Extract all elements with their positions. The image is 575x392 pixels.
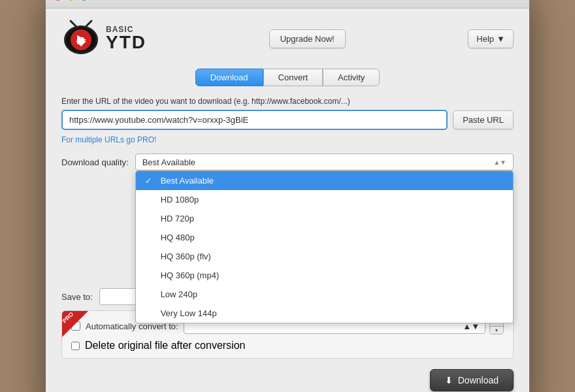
url-label: Enter the URL of the video you want to d… (61, 97, 514, 106)
tab-bar: Download Convert Activity (61, 69, 514, 86)
convert-spinner-down[interactable]: ▼ (490, 327, 503, 335)
quality-option-hd720[interactable]: HD 720p (136, 209, 513, 228)
logo-ytd-label: YTD (106, 33, 146, 52)
download-icon: ⬇ (445, 375, 453, 385)
quality-select-wrapper: Best Available ▲▼ ✓ Best Available HD 10… (135, 154, 514, 171)
url-input[interactable] (61, 110, 448, 130)
dropdown-arrow-icon: ▲▼ (493, 159, 506, 166)
quality-option-hq480[interactable]: HQ 480p (136, 228, 513, 247)
help-label: Help (476, 34, 494, 44)
delete-label: Delete original file after conversion (85, 340, 245, 351)
svg-line-2 (71, 21, 76, 26)
logo-icon (61, 19, 101, 58)
download-label: Download (458, 375, 499, 385)
title-bar: YTD Video Downloader (46, 0, 529, 8)
main-content: BASIC YTD Upgrade Now! Help ▼ Download C… (46, 8, 529, 392)
save-label: Save to: (61, 292, 93, 302)
pro-badge-label: PRO (61, 311, 74, 325)
quality-label: Download quality: (61, 157, 129, 167)
close-button[interactable] (54, 0, 62, 1)
quality-row: Download quality: Best Available ▲▼ ✓ Be… (61, 154, 514, 171)
app-window: YTD Video Downloader (46, 0, 529, 392)
help-button[interactable]: Help ▼ (468, 29, 514, 48)
logo-text: BASIC YTD (106, 25, 146, 52)
pro-link[interactable]: For multiple URLs go PRO! (61, 135, 514, 144)
quality-dropdown: ✓ Best Available HD 1080p HD 720p HQ 480… (135, 171, 514, 323)
minimize-button[interactable] (67, 0, 75, 1)
traffic-lights (54, 0, 88, 1)
maximize-button[interactable] (80, 0, 88, 1)
logo-area: BASIC YTD (61, 19, 146, 58)
window-title: YTD Video Downloader (243, 0, 332, 1)
quality-option-hq360mp4[interactable]: HQ 360p (mp4) (136, 266, 513, 285)
check-icon: ✓ (145, 176, 156, 186)
tab-activity[interactable]: Activity (323, 69, 380, 86)
paste-url-button[interactable]: Paste URL (453, 110, 514, 129)
upgrade-button[interactable]: Upgrade Now! (269, 29, 346, 48)
quality-option-low240[interactable]: Low 240p (136, 285, 513, 304)
quality-selected-value: Best Available (142, 157, 195, 167)
bottom-bar: ⬇ Download (61, 367, 514, 391)
quality-select[interactable]: Best Available ▲▼ (135, 154, 514, 171)
url-row: Paste URL (61, 110, 514, 130)
tab-convert[interactable]: Convert (263, 69, 323, 86)
header-row: BASIC YTD Upgrade Now! Help ▼ (61, 19, 514, 58)
quality-option-vlow144[interactable]: Very Low 144p (136, 304, 513, 323)
delete-original-checkbox[interactable] (71, 342, 80, 350)
quality-option-hd1080[interactable]: HD 1080p (136, 190, 513, 209)
svg-line-3 (86, 21, 91, 26)
chevron-down-icon: ▼ (497, 34, 505, 44)
download-button[interactable]: ⬇ Download (430, 369, 514, 391)
delete-row: Delete original file after conversion (71, 340, 504, 351)
quality-option-hq360flv[interactable]: HQ 360p (flv) (136, 247, 513, 266)
tab-download[interactable]: Download (195, 69, 263, 86)
quality-option-best[interactable]: ✓ Best Available (136, 171, 513, 190)
